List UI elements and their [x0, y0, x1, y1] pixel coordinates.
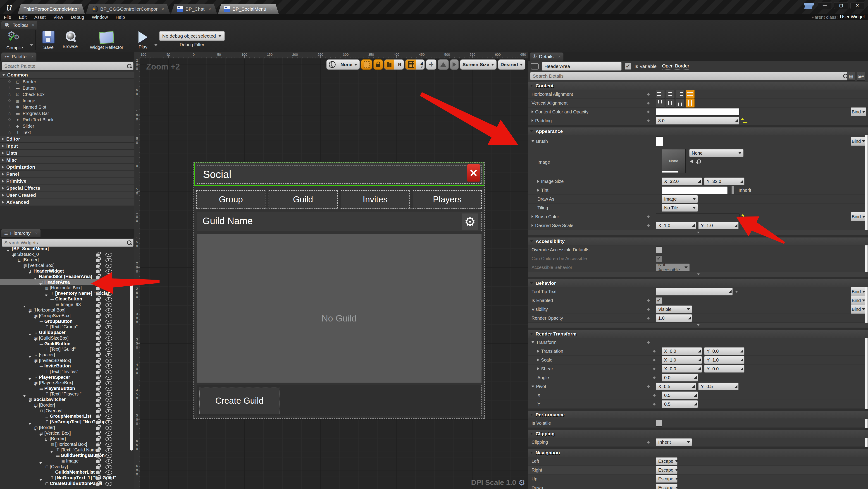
doc-tab-bp-socialmenu[interactable]: BP_SocialMenu — [218, 4, 279, 14]
eye-icon[interactable] — [105, 409, 112, 414]
eye-icon[interactable] — [105, 415, 112, 419]
compile-options-caret[interactable] — [29, 44, 33, 46]
tree-row--horizontal-box-[interactable]: ▥[Horizontal Box] — [0, 441, 127, 447]
tree-row-guildsmemberlist[interactable]: ☰GuildsMemberList — [0, 469, 127, 475]
advanced-expander[interactable] — [528, 272, 868, 277]
chevron-right-icon[interactable] — [537, 350, 539, 353]
guild-member-list-panel[interactable]: No Guild — [197, 234, 482, 383]
palette-category-editor[interactable]: Editor — [0, 135, 134, 143]
lock-icon[interactable] — [96, 438, 99, 441]
eye-icon[interactable] — [105, 258, 112, 263]
lock-icon[interactable] — [96, 455, 99, 458]
tree-row-image-93[interactable]: ▦Image_93 — [0, 302, 127, 307]
menu-item-file[interactable]: File — [0, 15, 15, 20]
lock-icon[interactable] — [96, 371, 99, 374]
tree-row-groupbutton[interactable]: ▬GroupButton — [0, 318, 127, 324]
expander-icon[interactable] — [45, 296, 49, 302]
menu-item-debug[interactable]: Debug — [67, 15, 88, 20]
expander-icon[interactable] — [34, 363, 37, 369]
y-value-field[interactable]: Y32.0 — [704, 178, 744, 185]
view-options-button[interactable]: ◉▾ — [857, 72, 865, 81]
palette-category-common[interactable]: Common — [0, 71, 134, 79]
tree-row-playersbutton[interactable]: ▬PlayersButton — [0, 386, 127, 391]
x-value-field[interactable]: X1.0 — [662, 356, 702, 364]
align-v-2-button[interactable] — [676, 98, 685, 108]
eye-icon[interactable] — [105, 342, 112, 346]
use-selected-icon[interactable] — [690, 159, 693, 164]
preview-close-button[interactable] — [467, 164, 480, 182]
flip-preview-button[interactable] — [450, 59, 459, 70]
tree-row-sizebox-0[interactable]: ▣SizeBox_0 — [0, 251, 127, 257]
hierarchy-scrollbar[interactable] — [130, 281, 133, 451]
eye-icon[interactable] — [105, 398, 112, 402]
expander-icon[interactable] — [29, 358, 32, 363]
safe-zone-toggle[interactable] — [361, 59, 372, 70]
dropdown[interactable]: Not Accessible — [656, 264, 690, 271]
lock-icon[interactable] — [96, 320, 99, 324]
advanced-expander[interactable] — [528, 230, 868, 235]
tree-row-playersspacer[interactable]: ↔PlayersSpacer — [0, 374, 127, 380]
eye-icon[interactable] — [105, 264, 112, 268]
x-value-field[interactable]: X32.0 — [662, 178, 702, 185]
chevron-right-icon[interactable] — [537, 180, 539, 183]
eye-icon[interactable] — [105, 320, 112, 324]
image-thumbnail[interactable]: None — [662, 149, 686, 173]
lock-widgets-toggle[interactable] — [373, 59, 383, 70]
palette-item-slider[interactable]: ☆◆Slider — [0, 123, 134, 129]
lock-icon[interactable] — [96, 337, 99, 340]
lock-icon[interactable] — [96, 265, 99, 268]
doc-tab-bp-cggcontrollercompor[interactable]: BP_CGGControllerCompor — [86, 4, 170, 14]
palette-category-misc[interactable]: Misc — [0, 157, 134, 164]
localization-preview-group[interactable]: None — [326, 59, 360, 70]
tree-row-guildspacer[interactable]: ↔GuildSpacer — [0, 330, 127, 335]
lock-icon[interactable] — [96, 304, 99, 307]
eye-icon[interactable] — [105, 347, 112, 352]
palette-tab[interactable]: 👓 Palette — [1, 53, 36, 61]
lock-icon[interactable] — [96, 298, 99, 301]
favorite-star-icon[interactable]: ☆ — [8, 79, 13, 84]
section-header-content[interactable]: Content — [528, 82, 868, 90]
lock-icon[interactable] — [96, 432, 99, 435]
bind-button[interactable]: Bind — [851, 296, 866, 305]
favorite-star-icon[interactable]: ☆ — [8, 130, 13, 135]
lock-icon[interactable] — [96, 410, 99, 413]
lock-icon[interactable] — [96, 326, 99, 329]
reset-to-default-icon[interactable] — [743, 215, 748, 219]
tree-row--nogrouptext-no-group-[interactable]: T[NoGroupText] "No Group" — [0, 419, 127, 425]
expander-icon[interactable] — [29, 336, 32, 341]
dropdown[interactable]: Inherit — [656, 438, 692, 446]
align-h-3-button[interactable] — [686, 90, 695, 99]
expander-icon[interactable] — [18, 263, 21, 268]
chevron-down-icon[interactable] — [735, 291, 738, 293]
lock-icon[interactable] — [96, 259, 99, 262]
x-value-field[interactable]: X1.0 — [656, 222, 696, 229]
eye-icon[interactable] — [105, 325, 112, 329]
compile-button[interactable]: ⚙⚙✓ Compile — [0, 29, 29, 53]
open-border-link[interactable]: Open Border — [662, 63, 689, 69]
expander-icon[interactable] — [23, 307, 27, 313]
menu-item-view[interactable]: View — [50, 15, 67, 20]
close-icon[interactable] — [32, 23, 35, 27]
color-swatch[interactable] — [662, 186, 728, 194]
tree-row-headerwidget[interactable]: ✦HeaderWidget — [0, 268, 127, 274]
resolution-dropdown[interactable]: Desired — [498, 59, 525, 70]
close-icon[interactable] — [31, 55, 34, 58]
play-button[interactable]: Play — [132, 29, 154, 53]
palette-category-panel[interactable]: Panel — [0, 171, 134, 178]
lock-icon[interactable] — [96, 399, 99, 402]
eye-icon[interactable] — [105, 303, 112, 307]
section-header-appearance[interactable]: Appearance — [528, 127, 868, 135]
expander-icon[interactable] — [23, 269, 27, 274]
tree-row-createguildbuttonpanel[interactable]: ▢CreateGuildButtonPanel — [0, 481, 127, 486]
dropdown[interactable]: Escape — [656, 484, 678, 489]
tree-row--vertical-box-[interactable]: ▤[Vertical Box] — [0, 263, 127, 268]
palette-item-text[interactable]: ☆TText — [0, 129, 134, 135]
expander-icon[interactable] — [39, 481, 43, 486]
expander-icon[interactable] — [34, 319, 37, 324]
checkbox[interactable] — [656, 247, 662, 253]
eye-icon[interactable] — [105, 470, 112, 475]
lock-icon[interactable] — [96, 270, 99, 273]
details-tab[interactable]: 🛈 Details — [530, 53, 563, 61]
palette-item-check-box[interactable]: ☆☑Check Box — [0, 91, 134, 98]
expander-icon[interactable] — [34, 386, 37, 391]
